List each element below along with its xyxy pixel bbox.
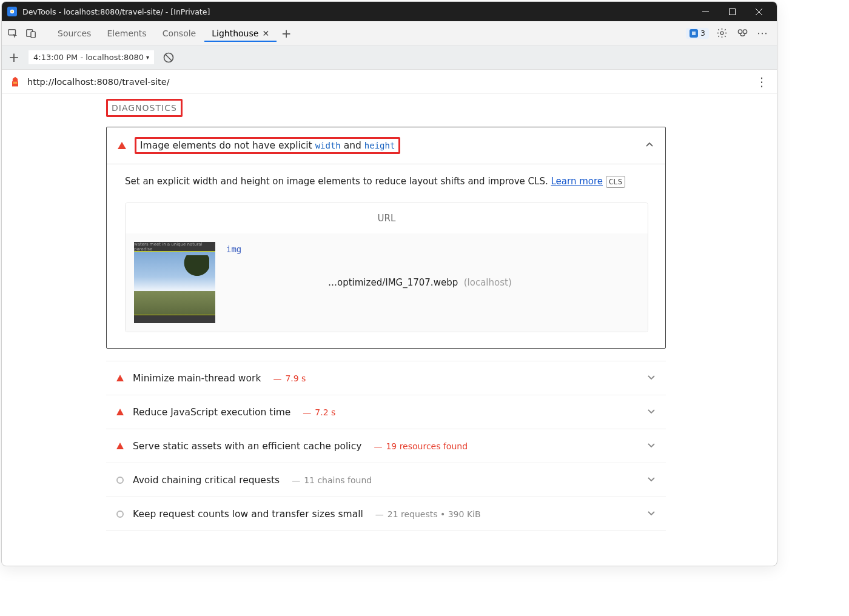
experiments-icon[interactable] [734,25,750,41]
audit-row-title: Keep request counts low and transfer siz… [133,509,363,520]
audit-row-note: —11 chains found [288,475,372,485]
audit-row-note: —19 resources found [370,441,468,451]
svg-point-12 [743,30,747,33]
devtools-window: DevTools - localhost:8080/travel-site/ -… [1,1,777,566]
audit-row-note: —7.2 s [299,407,335,417]
title-bar: DevTools - localhost:8080/travel-site/ -… [2,2,777,21]
tab-sources[interactable]: Sources [50,25,98,42]
audit-row[interactable]: Keep request counts low and transfer siz… [106,497,666,531]
audit-row-note: —21 requests • 390 KiB [372,509,481,519]
issue-icon [690,29,698,38]
cls-badge: CLS [606,176,626,188]
minimize-button[interactable] [692,2,719,21]
report-url: http://localhost:8080/travel-site/ [27,77,170,87]
chevron-down-icon [646,406,656,418]
tab-elements[interactable]: Elements [99,25,153,42]
audit-title: Image elements do not have explicit widt… [140,140,395,151]
table-row: waters meet in a unique natural paradise… [126,233,648,332]
tab-label: Lighthouse [212,28,258,38]
chevron-down-icon [646,508,656,520]
fail-triangle-icon [116,409,124,415]
report-viewport: DIAGNOSTICS Image elements do not have e… [2,94,777,566]
issues-badge[interactable]: 3 [686,28,709,39]
settings-icon[interactable] [714,25,730,41]
tab-console[interactable]: Console [155,25,204,42]
new-report-button[interactable]: + [5,49,22,66]
svg-line-14 [166,55,172,61]
resource-path: …optimized/IMG_1707.webp (localhost) [328,277,639,288]
audit-card-expanded: Image elements do not have explicit widt… [106,127,666,349]
audit-row-title: Serve static assets with an efficient ca… [133,441,361,452]
chevron-up-icon [645,140,654,152]
svg-point-2 [12,11,13,13]
audit-row[interactable]: Avoid chaining critical requests—11 chai… [106,463,666,497]
svg-rect-16 [13,82,18,83]
diagnostics-section: DIAGNOSTICS Image elements do not have e… [106,99,666,531]
inspect-element-icon[interactable] [4,25,21,42]
info-circle-icon [116,511,124,518]
image-thumbnail: waters meet in a unique natural paradise [134,242,215,323]
more-icon[interactable]: ⋯ [755,25,771,41]
dropdown-caret-icon: ▾ [146,54,149,61]
chevron-down-icon [646,372,656,384]
learn-more-link[interactable]: Learn more [551,176,603,187]
lighthouse-logo-icon [9,76,21,88]
element-tag: img [226,244,639,254]
tab-label: Sources [58,28,91,38]
audit-row-title: Minimize main-thread work [133,373,261,384]
svg-point-11 [738,30,742,33]
tab-label: Console [163,28,196,38]
tab-strip: Sources Elements Console Lighthouse ✕ + … [2,21,777,45]
svg-point-10 [720,32,723,35]
app-icon [7,6,18,17]
audit-description: Set an explicit width and height on imag… [125,175,648,188]
add-tab-button[interactable]: + [278,25,295,42]
maximize-button[interactable] [719,2,745,21]
audit-row-note: —7.9 s [269,373,306,383]
fail-triangle-icon [116,375,124,381]
clear-report-button[interactable] [160,49,177,66]
fail-triangle-icon [116,443,124,449]
audit-row[interactable]: Minimize main-thread work—7.9 s [106,361,666,395]
lighthouse-toolbar: + 4:13:00 PM - localhost:8080 ▾ [2,45,777,70]
report-label: 4:13:00 PM - localhost:8080 [33,53,144,62]
svg-rect-4 [729,8,735,15]
report-selector[interactable]: 4:13:00 PM - localhost:8080 ▾ [29,50,154,64]
table-header-url: URL [126,203,648,233]
section-title: DIAGNOSTICS [106,99,183,117]
audit-row-title: Reduce JavaScript execution time [133,407,290,418]
audit-header[interactable]: Image elements do not have explicit widt… [107,127,665,164]
audit-row[interactable]: Reduce JavaScript execution time—7.2 s [106,395,666,429]
chevron-down-icon [646,440,656,452]
report-url-bar: http://localhost:8080/travel-site/ ⋮ [2,70,777,94]
chevron-down-icon [646,474,656,486]
audit-row[interactable]: Serve static assets with an efficient ca… [106,429,666,463]
report-scroll[interactable]: DIAGNOSTICS Image elements do not have e… [2,94,777,566]
svg-rect-9 [31,32,35,38]
audit-row-title: Avoid chaining critical requests [133,475,280,486]
issues-count: 3 [700,29,705,38]
fail-triangle-icon [118,142,126,149]
device-toolbar-icon[interactable] [22,25,39,42]
tab-label: Elements [107,28,146,38]
info-circle-icon [116,477,124,484]
window-title: DevTools - localhost:8080/travel-site/ -… [22,7,210,16]
svg-rect-7 [8,29,16,35]
tab-lighthouse[interactable]: Lighthouse ✕ [204,25,277,42]
audit-table: URL waters meet in a unique natural para… [125,203,648,332]
close-button[interactable] [745,2,772,21]
close-tab-icon[interactable]: ✕ [262,28,269,38]
svg-rect-15 [12,81,18,86]
audit-body: Set an explicit width and height on imag… [107,164,665,348]
report-menu-icon[interactable]: ⋮ [754,74,770,90]
